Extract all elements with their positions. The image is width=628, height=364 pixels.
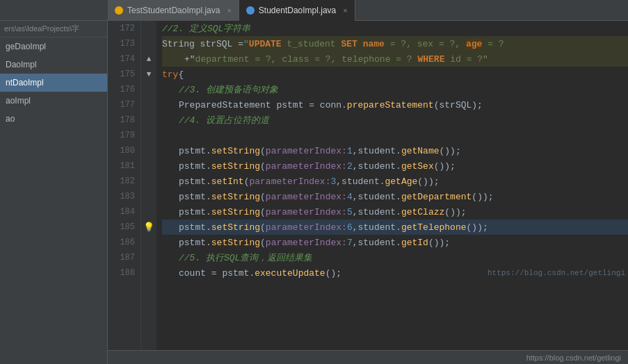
- tab-close-1[interactable]: ×: [227, 6, 231, 15]
- sidebar-item-1[interactable]: geDaoImpl: [0, 38, 107, 56]
- code-line-184: pstmt.setString( parameterIndex: 5,stude…: [162, 204, 628, 220]
- code-line-181: pstmt.setString( parameterIndex: 2,stude…: [162, 158, 628, 174]
- line-176: 176: [108, 82, 140, 97]
- line-183: 183: [108, 189, 140, 204]
- gutter-176: [141, 82, 156, 97]
- code-line-183: pstmt.setString( parameterIndex: 4,stude…: [162, 189, 628, 204]
- line-175: 175: [108, 67, 140, 82]
- editor-area[interactable]: 172 173 174 175 176 177 178 179 180 181 …: [108, 21, 628, 364]
- gutter-179: [141, 128, 156, 143]
- code-line-185: pstmt.setString( parameterIndex: 6,stude…: [162, 220, 628, 235]
- sidebar: ers\as\IdeaProjects\字 geDaoImpl DaoImpl …: [0, 21, 108, 364]
- tab-student-dao[interactable]: StudentDaoImpl.java ×: [239, 0, 355, 21]
- gutter-177: [141, 97, 156, 113]
- gutter-183: [141, 189, 156, 204]
- tab-test-student[interactable]: TestStudentDaoImpl.java ×: [108, 0, 239, 21]
- code-line-174: +"department = ?, class = ?, telephone =…: [162, 51, 628, 67]
- tab-bar: TestStudentDaoImpl.java × StudentDaoImpl…: [0, 0, 628, 21]
- gutter-187: [141, 250, 156, 265]
- sidebar-item-5[interactable]: ao: [0, 110, 107, 128]
- code-line-172: //2. 定义SQL字符串: [162, 21, 628, 36]
- sidebar-items: geDaoImpl DaoImpl ntDaoImpl aoImpl ao: [0, 38, 107, 128]
- code-line-176: //3. 创建预备语句对象: [162, 82, 628, 97]
- code-line-186: pstmt.setString( parameterIndex: 7,stude…: [162, 235, 628, 250]
- line-numbers: 172 173 174 175 176 177 178 179 180 181 …: [108, 21, 141, 350]
- gutter-185-bulb[interactable]: 💡: [141, 220, 156, 235]
- code-container: 172 173 174 175 176 177 178 179 180 181 …: [108, 21, 628, 350]
- gutter-186: [141, 235, 156, 250]
- code-line-182: pstmt.setInt( parameterIndex: 3,student.…: [162, 174, 628, 189]
- gutter-184: [141, 204, 156, 220]
- sidebar-item-3[interactable]: ntDaoImpl: [0, 74, 107, 92]
- gutter: ▲ ▼ 💡: [141, 21, 156, 350]
- line-185: 185: [108, 220, 140, 235]
- code-line-180: pstmt.setString( parameterIndex: 1,stude…: [162, 143, 628, 158]
- line-179: 179: [108, 128, 140, 143]
- code-line-175: try {: [162, 67, 628, 82]
- code-line-179: [162, 128, 628, 143]
- gutter-188: [141, 265, 156, 281]
- gutter-180: [141, 143, 156, 158]
- line-172: 172: [108, 21, 140, 36]
- comment-172: //2. 定义SQL字符串: [162, 22, 250, 35]
- line-178: 178: [108, 113, 140, 128]
- tab-icon-orange: [115, 6, 123, 15]
- code-line-177: PreparedStatement pstmt = conn.prepareSt…: [162, 97, 628, 113]
- code-line-173: String strSQL = "UPDATE t_student SET na…: [162, 36, 628, 51]
- gutter-178: [141, 113, 156, 128]
- sidebar-item-4[interactable]: aoImpl: [0, 92, 107, 110]
- tab-icon-blue: [246, 6, 255, 15]
- tab-label-1: TestStudentDaoImpl.java: [127, 6, 220, 15]
- blog-url: https://blog.csdn.net/getlingi: [488, 269, 628, 277]
- gutter-182: [141, 174, 156, 189]
- line-180: 180: [108, 143, 140, 158]
- line-181: 181: [108, 158, 140, 174]
- line-186: 186: [108, 235, 140, 250]
- code-line-188: count = pstmt.executeUpdate(); https://b…: [162, 265, 628, 281]
- code-line-187: //5. 执行SQL查询，返回结果集: [162, 250, 628, 265]
- gutter-174[interactable]: ▲: [141, 51, 156, 67]
- code-content[interactable]: //2. 定义SQL字符串 String strSQL = "UPDATE t_…: [156, 21, 628, 350]
- gutter-173: [141, 36, 156, 51]
- blog-url-bottom: https://blog.csdn.net/getlingi: [526, 354, 621, 362]
- tab-label-2: StudentDaoImpl.java: [259, 6, 336, 15]
- line-188: 188: [108, 265, 140, 281]
- line-187: 187: [108, 250, 140, 265]
- sidebar-item-2[interactable]: DaoImpl: [0, 56, 107, 74]
- age-highlight: age: [466, 39, 482, 49]
- line-173: 173: [108, 36, 140, 51]
- line-182: 182: [108, 174, 140, 189]
- gutter-172: [141, 21, 156, 36]
- main-layout: ers\as\IdeaProjects\字 geDaoImpl DaoImpl …: [0, 21, 628, 364]
- line-177: 177: [108, 97, 140, 113]
- gutter-175[interactable]: ▼: [141, 67, 156, 82]
- code-line-178: //4. 设置占位符的道: [162, 113, 628, 128]
- line-184: 184: [108, 204, 140, 220]
- gutter-181: [141, 158, 156, 174]
- line-174: 174: [108, 51, 140, 67]
- tab-close-2[interactable]: ×: [343, 6, 347, 15]
- bottom-bar: https://blog.csdn.net/getlingi: [108, 350, 628, 364]
- sidebar-path: ers\as\IdeaProjects\字: [0, 21, 107, 38]
